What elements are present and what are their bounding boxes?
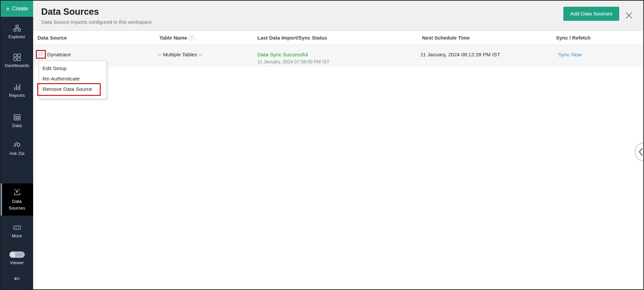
gear-icon[interactable]	[38, 51, 44, 58]
ask-zia-icon	[13, 141, 21, 149]
table-row	[33, 45, 644, 67]
column-header-sync-status: Last Data Import/Sync Status	[257, 31, 327, 45]
sidebar-item-reports[interactable]: Reports	[1, 83, 33, 98]
column-header-label: Table Name	[159, 31, 187, 45]
sidebar-item-ask-zia[interactable]: Ask Zia	[1, 141, 33, 156]
toggle-state-label: OFF	[15, 251, 22, 258]
sidebar-item-explorer[interactable]: Explorer	[1, 25, 33, 39]
expand-panel-button[interactable]	[635, 142, 644, 161]
add-data-sources-label: Add Data Sources	[570, 11, 613, 17]
data-table-icon	[13, 114, 21, 121]
table-header-row	[33, 31, 644, 45]
page-title: Data Sources	[41, 7, 99, 17]
sync-now-link[interactable]: Sync Now	[558, 52, 582, 58]
sidebar-item-dashboards[interactable]: Dashboards	[1, 54, 33, 68]
toggle-knob	[10, 252, 15, 257]
app-window: + Create Explorer Dashboards	[0, 0, 644, 290]
column-header-next-schedule: Next Schedule Time	[422, 31, 470, 45]
menu-item-remove-data-source[interactable]: Remove Data Source	[39, 84, 106, 94]
add-data-sources-button[interactable]: Add Data Sources	[563, 7, 619, 21]
chevron-left-icon	[638, 148, 643, 156]
context-menu: Edit Setup Re-Authenticate Remove Data S…	[39, 61, 107, 99]
sidebar-item-label: Explorer	[8, 34, 25, 39]
column-header-sync-refetch: Sync / Refetch	[556, 31, 590, 45]
sidebar-item-label: Ask Zia	[9, 151, 24, 156]
dashboards-icon	[13, 54, 21, 61]
sidebar-item-label: Data	[12, 123, 22, 128]
column-header-data-source: Data Source	[37, 31, 67, 45]
collapse-sidebar-button[interactable]: ⇐	[1, 274, 33, 283]
sidebar-item-data-sources[interactable]: Data Sources	[1, 183, 33, 216]
column-header-table-name: Table Name ?	[159, 31, 194, 45]
row-sync-status-time: 11 January, 2024 07:58:00 PM IST	[257, 59, 329, 64]
row-table-name: -- Multiple Tables --	[158, 52, 202, 58]
create-button[interactable]: + Create	[1, 1, 33, 17]
explorer-icon	[13, 25, 21, 32]
menu-item-re-authenticate[interactable]: Re-Authenticate	[39, 73, 106, 84]
close-button[interactable]	[625, 11, 633, 20]
sidebar-item-data[interactable]: Data	[1, 114, 33, 128]
menu-item-edit-setup[interactable]: Edit Setup	[39, 63, 106, 73]
sidebar-item-label: Reports	[9, 93, 25, 98]
sidebar: + Create Explorer Dashboards	[1, 1, 33, 289]
viewer-toggle-group: OFF Viewer	[1, 251, 33, 265]
sidebar-item-more[interactable]: More	[1, 224, 33, 238]
viewer-label: Viewer	[10, 260, 24, 265]
sidebar-item-label: Dashboards	[5, 63, 29, 68]
plus-icon: +	[6, 5, 10, 12]
row-settings-annotation-box	[36, 50, 46, 59]
data-sources-icon	[13, 188, 21, 197]
row-data-source-name[interactable]: Dynatrace	[47, 52, 71, 58]
sidebar-item-label: Sources	[9, 206, 25, 211]
close-icon	[625, 11, 633, 20]
row-sync-status: Data Sync Successful	[257, 52, 308, 58]
page-subtitle: Data Source imports configured in this w…	[42, 19, 152, 25]
sidebar-item-label: Data	[12, 199, 22, 204]
reports-icon	[13, 83, 21, 91]
page-header	[33, 1, 644, 31]
collapse-sidebar-icon: ⇐	[14, 274, 20, 283]
row-next-schedule-time: 11 January, 2024 08:12:28 PM IST	[420, 52, 500, 58]
more-icon	[13, 224, 21, 231]
create-button-label: Create	[12, 6, 28, 12]
help-icon[interactable]: ?	[189, 35, 194, 41]
sidebar-item-label: More	[12, 233, 22, 238]
viewer-toggle[interactable]: OFF	[9, 251, 25, 258]
